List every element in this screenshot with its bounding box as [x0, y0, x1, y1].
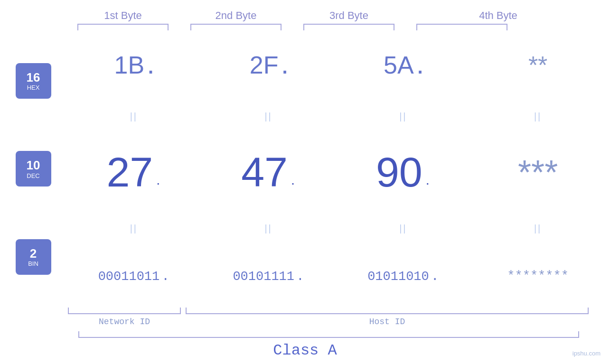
bin-b3: 01011010 [367, 270, 429, 284]
hex-dot3: . [418, 56, 423, 78]
bin-dot2: . [296, 269, 304, 284]
host-bracket [186, 308, 589, 314]
bin-badge-number: 2 [30, 247, 37, 261]
dec-badge-number: 10 [27, 159, 40, 172]
hex-badge-label: HEX [27, 84, 40, 91]
class-label: Class A [0, 342, 610, 359]
network-bracket [68, 308, 181, 314]
hex-badge-number: 16 [27, 71, 40, 84]
bin-b2: 00101111 [233, 270, 294, 284]
network-id-label: Network ID [68, 317, 181, 327]
hex-b3: 5A [384, 51, 414, 79]
dec-dot1: . [155, 177, 161, 187]
bracket-byte1 [77, 24, 169, 30]
hex-b4: ** [528, 51, 547, 79]
byte2-label: 2nd Byte [179, 9, 292, 22]
dec-dot3: . [425, 177, 431, 187]
dec-badge: 10 DEC [16, 151, 51, 187]
watermark: ipshu.com [572, 350, 601, 357]
dec-badge-label: DEC [27, 172, 39, 179]
bracket-byte3 [303, 24, 394, 30]
dec-b4: *** [518, 155, 558, 189]
bin-b1: 00011011 [98, 270, 160, 284]
bin-row: 00011011 . 00101111 . 01011010 . *******… [66, 259, 605, 294]
bracket-byte4 [416, 24, 507, 30]
full-bracket [78, 331, 579, 338]
equals-row-1: || || || || [66, 109, 605, 123]
dec-b3: 90 [376, 151, 422, 193]
host-id-label: Host ID [186, 317, 589, 327]
dec-b1: 27 [106, 151, 153, 193]
bin-dot1: . [161, 269, 169, 284]
hex-dot2: . [282, 56, 287, 78]
bin-b4: ******** [507, 269, 569, 283]
main-layout: 1st Byte 2nd Byte 3rd Byte 4th Byte 16 H… [0, 0, 610, 364]
dec-dot2: . [290, 177, 296, 187]
dec-row: 27 . 47 . 90 . *** [66, 146, 605, 198]
bin-badge: 2 BIN [16, 239, 51, 275]
bracket-byte2 [190, 24, 282, 30]
dec-b2: 47 [241, 151, 288, 193]
bin-dot3: . [431, 269, 439, 284]
hex-row: 1B . 2F . 5A . ** [66, 44, 605, 86]
hex-dot1: . [148, 56, 153, 78]
hex-b1: 1B [114, 51, 145, 79]
hex-badge: 16 HEX [16, 63, 51, 99]
byte4-label: 4th Byte [405, 9, 591, 22]
byte1-label: 1st Byte [66, 9, 179, 22]
equals-row-2: || || || || [66, 222, 605, 236]
hex-b2: 2F [250, 51, 279, 79]
byte3-label: 3rd Byte [292, 9, 405, 22]
bin-badge-label: BIN [28, 260, 38, 267]
